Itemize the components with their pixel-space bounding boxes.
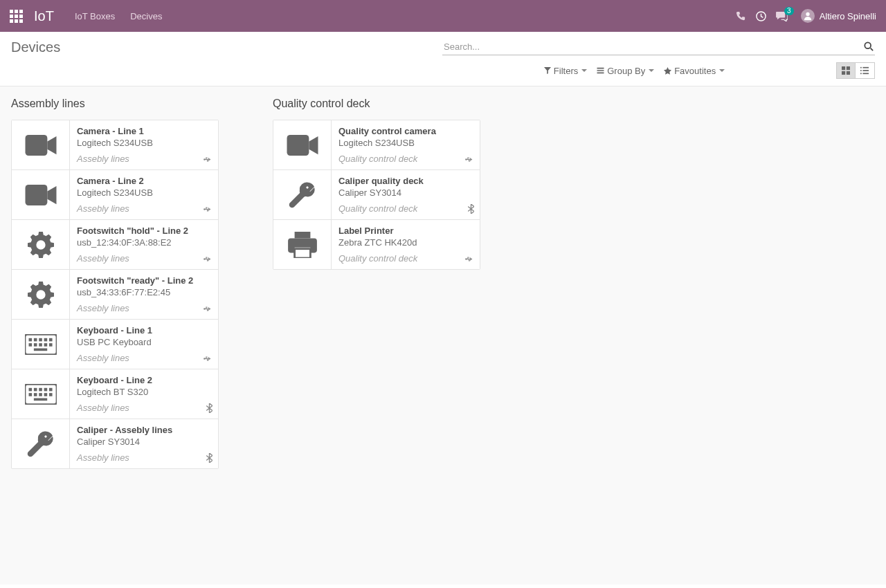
device-identifier: Caliper SY3014 <box>77 437 211 447</box>
camera-icon <box>273 120 332 169</box>
device-group-tag: Quality control deck <box>338 154 473 164</box>
card-body: Keyboard - Line 1USB PC KeyboardAssebly … <box>70 320 218 369</box>
navbar: IoT IoT Boxes Decives 3 Altiero Spinelli <box>0 0 886 32</box>
device-identifier: Caliper SY3014 <box>338 187 473 198</box>
device-name: Caliper quality deck <box>338 176 473 186</box>
nav-link-devices[interactable]: Decives <box>130 11 162 21</box>
usb-icon <box>464 255 474 264</box>
device-group-tag: Assebly lines <box>77 353 211 363</box>
user-menu[interactable]: Altiero Spinelli <box>801 9 876 23</box>
star-icon <box>664 67 671 75</box>
usb-icon <box>202 304 213 313</box>
device-group-tag: Assebly lines <box>77 452 211 463</box>
device-name: Footswitch "hold" - Line 2 <box>77 226 211 236</box>
device-card[interactable]: Camera - Line 1Logitech S234USBAssebly l… <box>12 120 218 170</box>
card-body: Label PrinterZebra ZTC HK420dQuality con… <box>332 220 480 269</box>
column-title: Assembly lines <box>11 98 219 110</box>
chat-icon[interactable]: 3 <box>772 11 793 21</box>
view-kanban-button[interactable] <box>836 62 856 79</box>
usb-icon <box>202 205 213 214</box>
usb-icon <box>202 155 213 164</box>
bt-icon <box>206 403 213 413</box>
device-group-tag: Assebly lines <box>77 403 211 413</box>
keyboard-icon <box>12 369 70 419</box>
usb-icon <box>202 255 213 264</box>
device-card[interactable]: Footswitch "hold" - Line 2usb_12:34:0F:3… <box>12 220 218 270</box>
wrench-icon <box>273 170 332 219</box>
device-group-tag: Assebly lines <box>77 303 211 313</box>
activity-icon[interactable] <box>751 11 772 21</box>
device-identifier: usb_34:33:6F:77:E2:45 <box>77 287 211 297</box>
kanban-icon <box>842 66 850 75</box>
view-list-button[interactable] <box>856 62 875 79</box>
card-body: Caliper - Assebly linesCaliper SY3014Ass… <box>70 419 218 468</box>
camera-icon <box>12 170 70 219</box>
bt-icon <box>468 204 474 214</box>
device-identifier: usb_12:34:0F:3A:88:E2 <box>77 237 211 248</box>
filters-label: Filters <box>554 66 578 76</box>
device-identifier: Zebra ZTC HK420d <box>338 237 473 248</box>
brand: IoT <box>34 8 54 24</box>
chevron-down-icon <box>719 69 725 72</box>
device-group-tag: Assebly lines <box>77 253 211 264</box>
kanban-column: Assembly linesCamera - Line 1Logitech S2… <box>11 98 219 469</box>
column-title: Quality control deck <box>273 98 480 110</box>
device-card[interactable]: Camera - Line 2Logitech S234USBAssebly l… <box>12 170 218 220</box>
search-input[interactable] <box>442 39 875 55</box>
favourites-label: Favoutites <box>674 66 716 76</box>
device-identifier: USB PC Keyboard <box>77 337 211 347</box>
chevron-down-icon <box>581 69 587 72</box>
card-body: Footswitch "ready" - Line 2usb_34:33:6F:… <box>70 270 218 319</box>
chat-badge: 3 <box>784 7 794 15</box>
card-list: Quality control cameraLogitech S234USBQu… <box>273 120 480 270</box>
search-wrap <box>442 39 875 55</box>
device-name: Label Printer <box>338 226 473 236</box>
bt-icon <box>206 453 213 463</box>
device-name: Quality control camera <box>338 126 473 136</box>
chevron-down-icon <box>649 69 654 72</box>
usb-icon <box>464 155 474 164</box>
list-icon <box>860 66 869 75</box>
kanban-column: Quality control deckQuality control came… <box>273 98 480 469</box>
camera-icon <box>12 120 70 169</box>
device-identifier: Logitech S234USB <box>338 138 473 148</box>
device-group-tag: Quality control deck <box>338 253 473 264</box>
device-group-tag: Assebly lines <box>77 154 211 164</box>
hamburger-icon <box>597 67 604 74</box>
gear-icon <box>12 220 70 269</box>
search-icon[interactable] <box>864 42 874 51</box>
usb-icon <box>202 354 213 363</box>
card-body: Keyboard - Line 2Logitech BT S320Assebly… <box>70 369 218 419</box>
printer-icon <box>273 220 332 269</box>
card-body: Footswitch "hold" - Line 2usb_12:34:0F:3… <box>70 220 218 269</box>
control-panel-row2: Filters Group By Favoutites <box>0 55 886 86</box>
card-body: Quality control cameraLogitech S234USBQu… <box>332 120 480 169</box>
device-card[interactable]: Label PrinterZebra ZTC HK420dQuality con… <box>273 220 480 269</box>
content: Assembly linesCamera - Line 1Logitech S2… <box>0 86 886 585</box>
user-name: Altiero Spinelli <box>820 11 876 21</box>
card-body: Caliper quality deckCaliper SY3014Qualit… <box>332 170 480 219</box>
gear-icon <box>12 270 70 319</box>
device-card[interactable]: Quality control cameraLogitech S234USBQu… <box>273 120 480 170</box>
favourites-dropdown[interactable]: Favoutites <box>664 66 725 76</box>
device-name: Keyboard - Line 1 <box>77 325 211 336</box>
phone-icon[interactable] <box>730 11 751 21</box>
groupby-dropdown[interactable]: Group By <box>597 66 654 76</box>
device-card[interactable]: Caliper quality deckCaliper SY3014Qualit… <box>273 170 480 220</box>
device-card[interactable]: Keyboard - Line 2Logitech BT S320Assebly… <box>12 369 218 419</box>
device-card[interactable]: Footswitch "ready" - Line 2usb_34:33:6F:… <box>12 270 218 320</box>
device-name: Footswitch "ready" - Line 2 <box>77 275 211 286</box>
nav-link-iot-boxes[interactable]: IoT Boxes <box>75 11 115 21</box>
device-card[interactable]: Keyboard - Line 1USB PC KeyboardAssebly … <box>12 320 218 369</box>
device-name: Keyboard - Line 2 <box>77 375 211 385</box>
device-name: Camera - Line 2 <box>77 176 211 186</box>
filters-dropdown[interactable]: Filters <box>544 66 587 76</box>
card-body: Camera - Line 2Logitech S234USBAssebly l… <box>70 170 218 219</box>
groupby-label: Group By <box>607 66 645 76</box>
funnel-icon <box>544 67 551 74</box>
device-card[interactable]: Caliper - Assebly linesCaliper SY3014Ass… <box>12 419 218 468</box>
device-identifier: Logitech BT S320 <box>77 387 211 397</box>
page-title: Devices <box>11 39 60 55</box>
keyboard-icon <box>12 320 70 369</box>
apps-icon[interactable] <box>10 10 23 23</box>
